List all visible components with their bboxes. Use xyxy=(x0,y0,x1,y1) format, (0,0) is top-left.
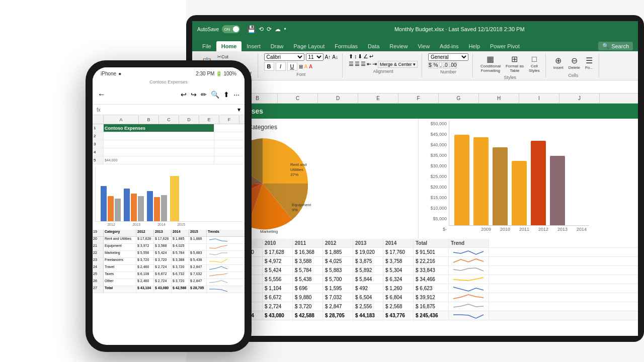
phone-redo-icon[interactable]: ↪ xyxy=(191,90,197,99)
percent-button[interactable]: % xyxy=(433,62,438,68)
format-table-label: Format asTable xyxy=(506,64,524,73)
comma-button[interactable]: , xyxy=(439,62,442,68)
borders-icon[interactable]: ⊞ xyxy=(299,64,303,69)
phone-search-icon[interactable]: 🔍 xyxy=(211,90,219,99)
underline-button[interactable]: U xyxy=(287,62,297,71)
bar-2010-col xyxy=(473,137,489,225)
phone-data-header: 19 Category 2012 2013 2014 2015 Trends xyxy=(93,230,245,237)
align-bottom-icon[interactable]: ⬇ xyxy=(358,53,362,60)
decimal-increase-button[interactable]: .0 xyxy=(443,62,448,68)
search-box[interactable]: 🔍 Search xyxy=(598,42,633,50)
format-as-table-button[interactable]: ⊞ Format asTable xyxy=(504,53,525,74)
y-label-0: $- xyxy=(421,227,447,232)
cell-7-2012: $ 2,847 xyxy=(323,302,353,311)
align-right-icon[interactable]: ☰ xyxy=(361,61,366,68)
font-decrease-icon[interactable]: A↓ xyxy=(332,54,338,60)
phone-data-hdr-2013: 2013 xyxy=(154,230,172,236)
header-trend: Trend xyxy=(449,239,489,247)
wrap-text-icon[interactable]: ↵ xyxy=(369,53,374,60)
styles-content: ▦ ConditionalFormatting ⊞ Format asTable… xyxy=(479,53,541,74)
tab-help[interactable]: Help xyxy=(463,41,485,51)
tab-insert[interactable]: Insert xyxy=(242,41,266,51)
col-header-d: D xyxy=(318,94,358,103)
phone-drow-21-trend xyxy=(207,244,232,250)
angle-icon[interactable]: ∠ xyxy=(363,53,368,60)
save-icon[interactable]: 💾 xyxy=(247,25,256,33)
phone-back-icon[interactable]: ← xyxy=(98,90,106,99)
insert-button[interactable]: ⊕ Insert xyxy=(552,55,565,71)
merge-center-button[interactable]: Merge & Center ▾ xyxy=(378,61,418,68)
cloud-icon[interactable]: ☁ xyxy=(275,26,281,33)
tab-formulas[interactable]: Formulas xyxy=(330,41,363,51)
phone-more-icon[interactable]: ··· xyxy=(233,90,239,99)
bar-2013-col xyxy=(531,141,546,225)
font-family-select[interactable]: Calibri xyxy=(264,53,304,61)
conditional-formatting-icon: ▦ xyxy=(487,54,494,64)
cell-4-2013: $ 5,844 xyxy=(353,275,383,284)
indent-decrease-icon[interactable]: ⇤ xyxy=(367,61,371,68)
phone-pencil-icon[interactable]: ✏ xyxy=(201,90,207,99)
phone-drow-22-2013: $ 5,424 xyxy=(154,251,172,257)
tab-addins[interactable]: Add-ins xyxy=(435,41,463,51)
styles-label: Styles xyxy=(504,75,517,80)
cell-styles-button[interactable]: □ CellStyles xyxy=(527,54,541,74)
formula-input[interactable] xyxy=(247,84,636,90)
tab-data[interactable]: Data xyxy=(363,41,384,51)
conditional-formatting-button[interactable]: ▦ ConditionalFormatting xyxy=(479,53,502,74)
bar-2009 xyxy=(454,135,469,225)
align-middle-icon[interactable]: ↕ xyxy=(354,53,357,60)
undo-icon[interactable]: ⟲ xyxy=(259,26,264,33)
cell-util-2013: $ 19,020 xyxy=(353,248,383,256)
phone-drow-26-num: 26 xyxy=(93,279,104,286)
trend-spark-7 xyxy=(451,303,486,311)
autosave-toggle[interactable]: ON xyxy=(222,25,240,33)
cell-2-total: $ 22,216 xyxy=(414,257,449,265)
ribbon-group-alignment: ⬆ ↕ ⬇ ∠ ↵ ☰ ☰ ☰ ⇤ ⇥ Merge & Center ▾ xyxy=(345,53,422,78)
fill-color-icon[interactable]: A xyxy=(304,64,308,69)
tab-file[interactable]: File xyxy=(197,41,216,51)
y-label-40k: $40,000 xyxy=(421,142,447,147)
tab-home[interactable]: Home xyxy=(216,41,242,51)
cut-button[interactable]: ✂ Cut xyxy=(216,53,254,60)
number-format-select[interactable]: General xyxy=(428,53,468,61)
tab-power-pivot[interactable]: Power Pivot xyxy=(485,41,525,51)
align-center-icon[interactable]: ☰ xyxy=(355,61,360,68)
excel-ribbon: 📋 Paste ✂ Cut ⎘ Copy 🖌 xyxy=(192,51,638,80)
phone-drow-24-cat: Travel xyxy=(104,265,136,272)
font-color-icon[interactable]: A xyxy=(309,64,312,69)
indent-increase-icon[interactable]: ⇥ xyxy=(372,61,377,68)
cell-3-trend xyxy=(449,266,489,275)
bold-button[interactable]: B xyxy=(264,62,274,71)
x-label-2010: 2010 xyxy=(498,227,513,232)
bar-2010 xyxy=(473,137,489,225)
cut-icon: ✂ xyxy=(217,54,221,59)
delete-button[interactable]: ⊖ Delete xyxy=(567,55,582,71)
phone-share-icon[interactable]: ⬆ xyxy=(223,90,229,99)
phone-formula-expand-icon[interactable]: ▾ xyxy=(237,106,240,113)
phone-undo-icon[interactable]: ↩ xyxy=(181,90,187,99)
format-button[interactable]: ☰ Fo... xyxy=(584,55,595,71)
bar-2014-col xyxy=(550,156,565,225)
phone-drow-22-2015: $ 5,883 xyxy=(189,251,207,257)
phone-bar-2013-2 xyxy=(131,194,137,221)
tab-page-layout[interactable]: Page Layout xyxy=(288,41,330,51)
phone-drow-25-cat: Taxes xyxy=(104,272,136,279)
phone-formula-input[interactable] xyxy=(103,107,237,113)
cell-5-2013: $ 492 xyxy=(353,284,383,293)
redo-icon[interactable]: ⟳ xyxy=(267,26,272,33)
decimal-decrease-button[interactable]: .00 xyxy=(449,62,457,68)
cell-5-trend xyxy=(449,284,489,293)
tab-view[interactable]: View xyxy=(413,41,435,51)
align-left-icon[interactable]: ☰ xyxy=(349,61,354,68)
tab-review[interactable]: Review xyxy=(384,41,413,51)
font-increase-icon[interactable]: A↑ xyxy=(325,54,331,60)
table-row-utilities: Utilities $ 18,840 $ 17,628 $ 16,368 $ 1… xyxy=(192,248,638,257)
search-icon: 🔍 xyxy=(602,43,609,49)
italic-button[interactable]: I xyxy=(276,62,286,71)
currency-button[interactable]: $ xyxy=(428,62,432,68)
phone-bar-group-2014 xyxy=(147,191,167,221)
font-size-select[interactable]: 11 xyxy=(306,53,324,61)
align-top-icon[interactable]: ⬆ xyxy=(349,53,353,60)
phone-bar-2014-1 xyxy=(147,191,153,221)
tab-draw[interactable]: Draw xyxy=(266,41,289,51)
